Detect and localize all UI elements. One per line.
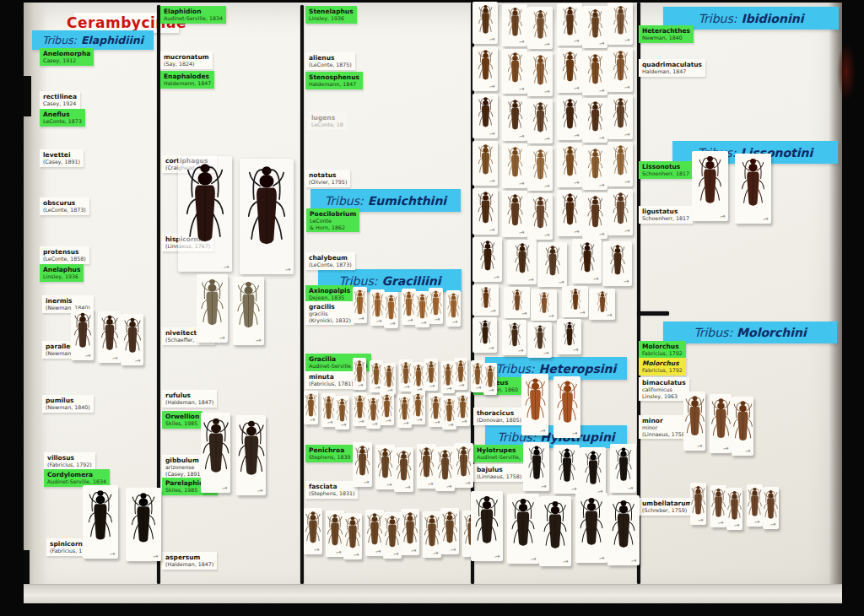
specimen-card: →: [454, 443, 473, 488]
beetle-icon: [367, 396, 380, 424]
specimen-card: →: [236, 415, 266, 495]
frame-notch-top: [24, 76, 31, 116]
taxon-name-line: rectilinea: [43, 93, 77, 100]
beetle-icon: [238, 416, 265, 482]
specimen-card: →: [608, 47, 633, 92]
specimen-drawer: Cerambycinae Tribus:ElaphidiiniTribus:Eu…: [24, 3, 842, 603]
specimen-card: →: [472, 94, 498, 138]
beetle-icon: [443, 397, 456, 424]
taxon-author-line: Stephens, 1839: [309, 454, 351, 461]
specimen-card: →: [441, 361, 455, 393]
det-arrow-mark: →: [404, 383, 411, 391]
beetle-icon: [584, 7, 607, 41]
specimen-card: →: [71, 309, 94, 360]
det-arrow-mark: →: [544, 135, 551, 143]
specimen-drawer-photo: { "meta": { "family": "Cerambycinae", "t…: [0, 0, 864, 616]
beetle-icon: [327, 511, 343, 549]
tribe-name: Eumichthini: [368, 194, 446, 208]
taxon-name-line: Stenosphenus: [309, 73, 359, 81]
beetle-icon: [541, 497, 570, 554]
specimen-card: →: [126, 488, 161, 561]
taxon-author-line: (LeConte, 1858): [43, 256, 86, 262]
specimen-card: →: [429, 393, 443, 427]
taxon-author-line: (Casey, 1891): [43, 159, 80, 165]
beetle-icon: [504, 50, 526, 86]
taxon-name-line: alienus: [309, 54, 352, 62]
taxon-author-line: Audinet-Serville, 1834: [164, 15, 223, 22]
species-label: notatus(Olivier, 1795): [305, 170, 350, 187]
specimen-card: →: [435, 446, 455, 491]
det-arrow-mark: →: [489, 177, 496, 185]
det-arrow-mark: →: [519, 38, 526, 46]
specimen-card: →: [412, 362, 425, 394]
beetle-icon: [539, 243, 566, 279]
taxon-author-line: minor: [642, 424, 687, 431]
genus-label: AxinopalpisDejean, 1835: [305, 285, 354, 303]
det-arrow-mark: →: [754, 518, 761, 526]
beetle-icon: [384, 513, 401, 551]
species-label: ligustatusSchoenherr, 1817: [639, 206, 693, 224]
taxon-name-line: gibbulum: [165, 457, 202, 464]
taxon-author-line: Fabricius, 1792: [642, 350, 683, 357]
det-arrow-mark: →: [341, 421, 348, 429]
taxon-author-line: Linsley, 1963: [642, 393, 686, 400]
det-arrow-mark: →: [336, 548, 343, 556]
taxon-author-line: LeConte, 1873: [43, 118, 82, 125]
det-arrow-mark: →: [521, 310, 528, 317]
taxon-name-line: Axinopalpis: [309, 287, 350, 294]
det-arrow-mark: →: [599, 230, 606, 238]
specimen-card: →: [456, 392, 470, 426]
beetle-icon: [447, 291, 460, 321]
taxon-author-line: (Casey, 1891): [165, 471, 202, 478]
beetle-icon: [694, 152, 726, 209]
det-arrow-mark: →: [624, 36, 631, 44]
species-label: chalybeum(LeConte, 1873): [305, 252, 355, 270]
beetle-icon: [727, 489, 742, 523]
det-arrow-mark: →: [448, 421, 455, 429]
specimen-card: →: [366, 395, 381, 429]
specimen-card: →: [527, 99, 553, 143]
taxon-author-line: (Fabricius, 1792): [47, 462, 92, 468]
det-arrow-mark: →: [531, 555, 537, 563]
photo-background: Cerambycinae Tribus:ElaphidiiniTribus:Eu…: [0, 0, 864, 616]
specimen-card: →: [572, 239, 602, 284]
beetle-icon: [559, 49, 581, 85]
beetle-icon: [711, 486, 726, 521]
genus-label: AnelomorphaCasey, 1912: [40, 48, 94, 66]
genus-label: PoecilobriumLeConte& Horn, 1862: [306, 208, 359, 232]
specimen-card: →: [527, 51, 553, 96]
taxon-name-line: quadrimaculatus: [642, 61, 702, 68]
det-arrow-mark: →: [446, 385, 453, 392]
det-arrow-mark: →: [624, 227, 631, 235]
beetle-icon: [456, 393, 469, 421]
taxon-name-line: Hylotrupes: [477, 446, 529, 454]
specimen-card: →: [304, 391, 318, 424]
det-arrow-mark: →: [390, 320, 397, 327]
specimen-card: →: [692, 151, 728, 221]
det-arrow-mark: →: [85, 352, 92, 359]
genus-label: AneflusLeConte, 1873: [40, 109, 85, 127]
genus-label: PenichroaStephens, 1839: [305, 445, 354, 462]
specimen-card: →: [589, 289, 615, 320]
beetle-icon: [376, 446, 394, 482]
beetle-icon: [609, 48, 632, 84]
det-arrow-mark: →: [459, 381, 466, 389]
det-arrow-mark: →: [628, 484, 634, 492]
specimen-card: →: [502, 4, 527, 46]
beetle-icon: [354, 288, 366, 317]
beetle-icon: [305, 509, 321, 547]
det-arrow-mark: →: [607, 311, 613, 319]
beetle-icon: [455, 444, 472, 480]
beetle-icon: [529, 194, 552, 232]
beetle-icon: [529, 323, 551, 352]
taxon-name-line: aspersum: [165, 554, 213, 561]
specimen-card: →: [471, 491, 503, 561]
specimen-card: →: [353, 287, 367, 323]
taxon-author-line: (LeConte, 1875): [309, 62, 352, 68]
beetle-icon: [418, 445, 435, 481]
specimen-card: →: [446, 290, 461, 327]
column-divider-line: [300, 5, 304, 584]
genus-label: EnaphalodesHaldemann, 1847: [160, 71, 214, 89]
det-arrow-mark: →: [544, 231, 551, 239]
taxon-name-line: Heterachthes: [642, 27, 690, 35]
